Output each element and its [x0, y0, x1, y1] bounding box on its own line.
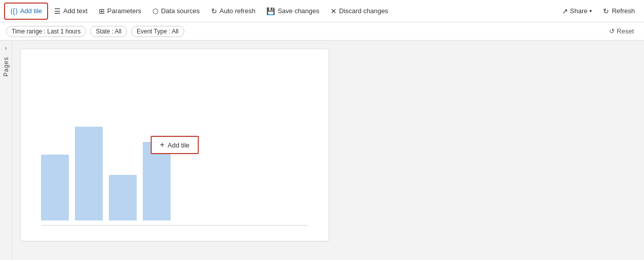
main-toolbar: ⟨{⟩ Add tile ☰ Add text ⊞ Parameters ⬡ D… [0, 0, 644, 22]
save-changes-button[interactable]: 💾 Save changes [261, 3, 324, 20]
time-range-filter[interactable]: Time range : Last 1 hours [6, 26, 86, 37]
add-text-button[interactable]: ☰ Add text [49, 3, 93, 20]
add-text-icon: ☰ [54, 7, 61, 15]
refresh-button[interactable]: ↻ Refresh [598, 3, 640, 20]
chart-bar [109, 175, 137, 220]
chart-bar [75, 127, 103, 220]
chart-container [41, 109, 308, 220]
add-tile-icon: ⟨{⟩ [10, 7, 18, 15]
parameters-icon: ⊞ [99, 7, 105, 15]
sidebar-collapsed[interactable]: › Pages [0, 41, 12, 260]
data-sources-button[interactable]: ⬡ Data sources [147, 3, 205, 20]
share-button[interactable]: ↗ Share ▾ [557, 3, 597, 20]
parameters-button[interactable]: ⊞ Parameters [94, 3, 146, 20]
discard-changes-button[interactable]: ✕ Discard changes [326, 3, 393, 20]
auto-refresh-button[interactable]: ↻ Auto refresh [206, 3, 261, 20]
sidebar-pages-label: Pages [3, 57, 10, 77]
state-filter[interactable]: State : All [90, 26, 127, 37]
dashboard-panel: + Add tile [20, 49, 329, 241]
filter-bar: Time range : Last 1 hours State : All Ev… [0, 22, 644, 41]
plus-icon: + [160, 140, 165, 150]
refresh-icon: ↻ [603, 7, 609, 15]
chevron-down-icon: ▾ [589, 8, 592, 14]
add-tile-button[interactable]: ⟨{⟩ Add tile [4, 3, 48, 20]
chart-bar [41, 155, 69, 220]
main-area: › Pages + Add tile [0, 41, 644, 260]
canvas-area: + Add tile [12, 41, 644, 260]
sidebar-expand-icon: › [5, 45, 7, 52]
data-sources-icon: ⬡ [152, 7, 158, 15]
reset-button[interactable]: ↺ Reset [605, 25, 638, 37]
chart-baseline [41, 225, 308, 226]
auto-refresh-icon: ↻ [211, 7, 217, 15]
discard-changes-icon: ✕ [331, 7, 337, 15]
share-icon: ↗ [562, 7, 568, 15]
add-tile-center-button[interactable]: + Add tile [151, 136, 199, 154]
save-changes-icon: 💾 [266, 7, 275, 15]
reset-icon: ↺ [609, 27, 615, 35]
event-type-filter[interactable]: Event Type : All [131, 26, 184, 37]
